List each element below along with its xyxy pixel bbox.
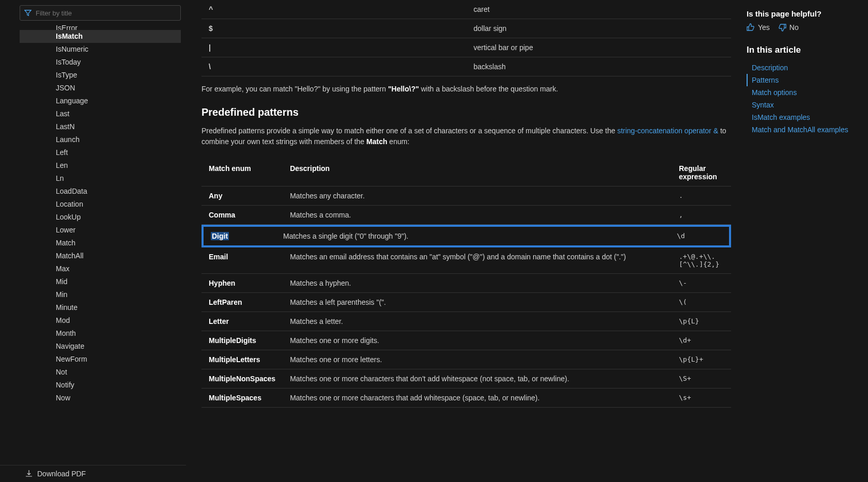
download-pdf-button[interactable]: Download PDF	[0, 465, 186, 482]
filter-icon	[24, 9, 32, 17]
toc-item[interactable]: Syntax	[747, 99, 858, 111]
nav-item[interactable]: Launch	[20, 133, 181, 146]
example-paragraph: For example, you can match "Hello?" by u…	[202, 84, 731, 95]
nav-item[interactable]: Now	[20, 392, 181, 405]
in-this-article-title: In this article	[747, 45, 858, 55]
nav-list[interactable]: IsError IsMatchIsNumericIsTodayIsTypeJSO…	[20, 24, 181, 465]
table-row: $dollar sign	[202, 19, 731, 38]
table-row: |vertical bar or pipe	[202, 38, 731, 57]
nav-item[interactable]: IsNumeric	[20, 43, 181, 56]
table-row: LeftParenMatches a left parenthesis "(".…	[202, 293, 731, 312]
toc-list: DescriptionPatternsMatch optionsSyntaxIs…	[747, 61, 858, 136]
special-chars-table: ^caret$dollar sign|vertical bar or pipe\…	[202, 0, 731, 76]
predef-intro: Predefined patterns provide a simple way…	[202, 126, 731, 148]
table-row: CommaMatches a comma.,	[202, 206, 731, 225]
toc-item[interactable]: IsMatch examples	[747, 111, 858, 123]
nav-item-cut[interactable]: IsError	[20, 24, 181, 30]
toc-item[interactable]: Match options	[747, 86, 858, 99]
thumbs-up-icon	[747, 23, 755, 32]
nav-item[interactable]: IsToday	[20, 56, 181, 69]
table-row: MultipleNonSpacesMatches one or more cha…	[202, 369, 731, 388]
nav-item[interactable]: IsType	[20, 69, 181, 82]
match-enum-table: Match enumDescriptionRegular expressionA…	[202, 159, 731, 408]
helpful-title: Is this page helpful?	[747, 9, 858, 18]
download-label: Download PDF	[37, 470, 86, 478]
nav-item[interactable]: Mid	[20, 275, 181, 288]
table-row: EmailMatches an email address that conta…	[202, 247, 731, 274]
predefined-patterns-heading: Predefined patterns	[202, 106, 731, 118]
nav-item[interactable]: Notify	[20, 379, 181, 392]
nav-item[interactable]: Not	[20, 366, 181, 379]
nav-item[interactable]: Last	[20, 107, 181, 120]
yes-button[interactable]: Yes	[747, 23, 770, 32]
helpful-buttons: Yes No	[747, 23, 858, 32]
nav-item[interactable]: JSON	[20, 82, 181, 95]
nav-item[interactable]: Lower	[20, 224, 181, 237]
concat-operator-link[interactable]: string-concatenation operator &	[617, 127, 718, 135]
nav-item[interactable]: Month	[20, 327, 181, 340]
table-row: MultipleSpacesMatches one or more charac…	[202, 388, 731, 408]
nav-item[interactable]: Language	[20, 95, 181, 107]
nav-item[interactable]: LastN	[20, 120, 181, 133]
table-row: MultipleLettersMatches one or more lette…	[202, 350, 731, 369]
table-row: MultipleDigitsMatches one or more digits…	[202, 331, 731, 350]
table-row: AnyMatches any character..	[202, 186, 731, 206]
toc-item[interactable]: Description	[747, 61, 858, 74]
filter-wrap	[0, 0, 186, 24]
table-row: ^caret	[202, 0, 731, 19]
nav-item[interactable]: Max	[20, 262, 181, 275]
no-button[interactable]: No	[778, 23, 799, 32]
nav-item[interactable]: MatchAll	[20, 250, 181, 262]
nav-item[interactable]: Min	[20, 288, 181, 301]
nav-item[interactable]: Minute	[20, 301, 181, 314]
nav-item[interactable]: Left	[20, 146, 181, 159]
nav-item[interactable]: NewForm	[20, 353, 181, 366]
filter-input[interactable]	[36, 9, 176, 17]
nav-item[interactable]: LookUp	[20, 211, 181, 224]
nav-item[interactable]: Match	[20, 237, 181, 250]
nav-item[interactable]: LoadData	[20, 185, 181, 198]
table-row: HyphenMatches a hyphen.\-	[202, 274, 731, 293]
download-icon	[25, 470, 33, 478]
filter-box[interactable]	[20, 5, 181, 21]
toc-item[interactable]: Patterns	[747, 74, 858, 86]
thumbs-down-icon	[778, 23, 786, 32]
nav-item[interactable]: Location	[20, 198, 181, 211]
nav-item[interactable]: IsMatch	[20, 30, 181, 43]
nav-item[interactable]: Navigate	[20, 340, 181, 353]
main-content[interactable]: ^caret$dollar sign|vertical bar or pipe\…	[186, 0, 747, 482]
table-row: LetterMatches a letter.\p{L}	[202, 312, 731, 331]
left-sidebar: IsError IsMatchIsNumericIsTodayIsTypeJSO…	[0, 0, 186, 482]
right-sidebar: Is this page helpful? Yes No In this art…	[747, 0, 868, 482]
table-row: \backslash	[202, 57, 731, 76]
nav-item[interactable]: Mod	[20, 314, 181, 327]
table-header-row: Match enumDescriptionRegular expression	[202, 159, 731, 186]
highlighted-row: DigitMatches a single digit ("0" through…	[202, 225, 731, 248]
toc-item[interactable]: Match and MatchAll examples	[747, 123, 858, 136]
nav-item[interactable]: Ln	[20, 172, 181, 185]
nav-item[interactable]: Len	[20, 159, 181, 172]
